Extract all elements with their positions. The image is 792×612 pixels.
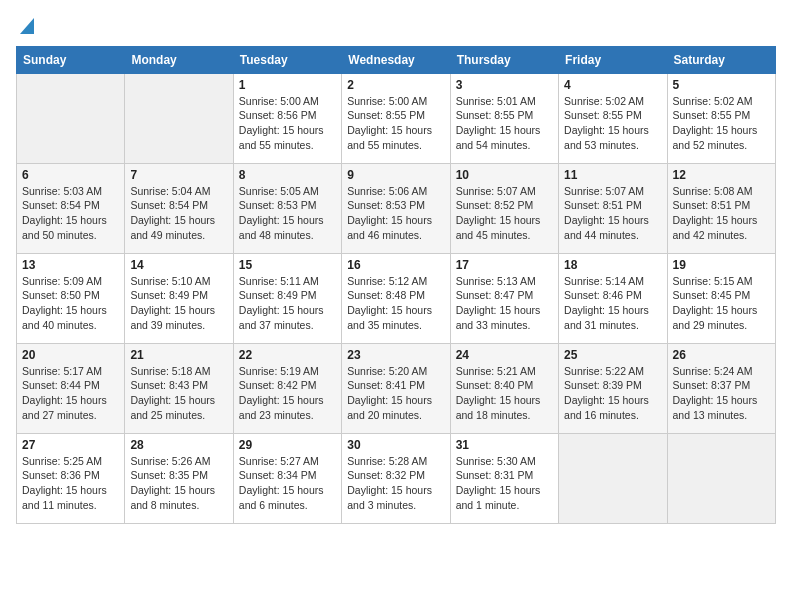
- day-number: 23: [347, 348, 444, 362]
- day-number: 29: [239, 438, 336, 452]
- day-number: 2: [347, 78, 444, 92]
- day-info: Sunrise: 5:06 AM Sunset: 8:53 PM Dayligh…: [347, 184, 444, 243]
- calendar-week-row: 1Sunrise: 5:00 AM Sunset: 8:56 PM Daylig…: [17, 73, 776, 163]
- logo-icon: [18, 16, 34, 34]
- day-number: 12: [673, 168, 770, 182]
- calendar-cell: 2Sunrise: 5:00 AM Sunset: 8:55 PM Daylig…: [342, 73, 450, 163]
- svg-marker-0: [20, 18, 34, 34]
- day-number: 8: [239, 168, 336, 182]
- calendar-week-row: 13Sunrise: 5:09 AM Sunset: 8:50 PM Dayli…: [17, 253, 776, 343]
- calendar-cell: 8Sunrise: 5:05 AM Sunset: 8:53 PM Daylig…: [233, 163, 341, 253]
- calendar-header: SundayMondayTuesdayWednesdayThursdayFrid…: [17, 46, 776, 73]
- calendar-cell: 17Sunrise: 5:13 AM Sunset: 8:47 PM Dayli…: [450, 253, 558, 343]
- calendar-cell: 26Sunrise: 5:24 AM Sunset: 8:37 PM Dayli…: [667, 343, 775, 433]
- calendar-table: SundayMondayTuesdayWednesdayThursdayFrid…: [16, 46, 776, 524]
- calendar-cell: 11Sunrise: 5:07 AM Sunset: 8:51 PM Dayli…: [559, 163, 667, 253]
- calendar-cell: 21Sunrise: 5:18 AM Sunset: 8:43 PM Dayli…: [125, 343, 233, 433]
- calendar-cell: 20Sunrise: 5:17 AM Sunset: 8:44 PM Dayli…: [17, 343, 125, 433]
- day-info: Sunrise: 5:03 AM Sunset: 8:54 PM Dayligh…: [22, 184, 119, 243]
- day-info: Sunrise: 5:19 AM Sunset: 8:42 PM Dayligh…: [239, 364, 336, 423]
- day-number: 20: [22, 348, 119, 362]
- calendar-cell: 3Sunrise: 5:01 AM Sunset: 8:55 PM Daylig…: [450, 73, 558, 163]
- day-info: Sunrise: 5:08 AM Sunset: 8:51 PM Dayligh…: [673, 184, 770, 243]
- calendar-cell: 13Sunrise: 5:09 AM Sunset: 8:50 PM Dayli…: [17, 253, 125, 343]
- day-info: Sunrise: 5:02 AM Sunset: 8:55 PM Dayligh…: [673, 94, 770, 153]
- day-info: Sunrise: 5:00 AM Sunset: 8:56 PM Dayligh…: [239, 94, 336, 153]
- day-number: 26: [673, 348, 770, 362]
- calendar-cell: 4Sunrise: 5:02 AM Sunset: 8:55 PM Daylig…: [559, 73, 667, 163]
- day-info: Sunrise: 5:26 AM Sunset: 8:35 PM Dayligh…: [130, 454, 227, 513]
- calendar-cell: 7Sunrise: 5:04 AM Sunset: 8:54 PM Daylig…: [125, 163, 233, 253]
- day-info: Sunrise: 5:07 AM Sunset: 8:51 PM Dayligh…: [564, 184, 661, 243]
- calendar-cell: 5Sunrise: 5:02 AM Sunset: 8:55 PM Daylig…: [667, 73, 775, 163]
- day-number: 7: [130, 168, 227, 182]
- day-info: Sunrise: 5:02 AM Sunset: 8:55 PM Dayligh…: [564, 94, 661, 153]
- day-info: Sunrise: 5:12 AM Sunset: 8:48 PM Dayligh…: [347, 274, 444, 333]
- day-info: Sunrise: 5:18 AM Sunset: 8:43 PM Dayligh…: [130, 364, 227, 423]
- calendar-cell: 16Sunrise: 5:12 AM Sunset: 8:48 PM Dayli…: [342, 253, 450, 343]
- day-info: Sunrise: 5:15 AM Sunset: 8:45 PM Dayligh…: [673, 274, 770, 333]
- day-number: 10: [456, 168, 553, 182]
- calendar-cell: 30Sunrise: 5:28 AM Sunset: 8:32 PM Dayli…: [342, 433, 450, 523]
- calendar-cell: 10Sunrise: 5:07 AM Sunset: 8:52 PM Dayli…: [450, 163, 558, 253]
- day-number: 17: [456, 258, 553, 272]
- calendar-cell: 9Sunrise: 5:06 AM Sunset: 8:53 PM Daylig…: [342, 163, 450, 253]
- day-number: 31: [456, 438, 553, 452]
- day-number: 18: [564, 258, 661, 272]
- day-number: 21: [130, 348, 227, 362]
- weekday-header: Sunday: [17, 46, 125, 73]
- day-number: 13: [22, 258, 119, 272]
- day-info: Sunrise: 5:20 AM Sunset: 8:41 PM Dayligh…: [347, 364, 444, 423]
- day-number: 9: [347, 168, 444, 182]
- day-number: 27: [22, 438, 119, 452]
- calendar-week-row: 27Sunrise: 5:25 AM Sunset: 8:36 PM Dayli…: [17, 433, 776, 523]
- day-number: 28: [130, 438, 227, 452]
- day-number: 5: [673, 78, 770, 92]
- day-info: Sunrise: 5:25 AM Sunset: 8:36 PM Dayligh…: [22, 454, 119, 513]
- calendar-cell: 15Sunrise: 5:11 AM Sunset: 8:49 PM Dayli…: [233, 253, 341, 343]
- calendar-cell: [17, 73, 125, 163]
- day-info: Sunrise: 5:17 AM Sunset: 8:44 PM Dayligh…: [22, 364, 119, 423]
- weekday-header: Saturday: [667, 46, 775, 73]
- weekday-header: Tuesday: [233, 46, 341, 73]
- calendar-cell: 22Sunrise: 5:19 AM Sunset: 8:42 PM Dayli…: [233, 343, 341, 433]
- calendar-cell: [667, 433, 775, 523]
- calendar-cell: 25Sunrise: 5:22 AM Sunset: 8:39 PM Dayli…: [559, 343, 667, 433]
- calendar-cell: [125, 73, 233, 163]
- calendar-week-row: 6Sunrise: 5:03 AM Sunset: 8:54 PM Daylig…: [17, 163, 776, 253]
- calendar-week-row: 20Sunrise: 5:17 AM Sunset: 8:44 PM Dayli…: [17, 343, 776, 433]
- calendar-cell: 27Sunrise: 5:25 AM Sunset: 8:36 PM Dayli…: [17, 433, 125, 523]
- day-info: Sunrise: 5:28 AM Sunset: 8:32 PM Dayligh…: [347, 454, 444, 513]
- logo: [16, 16, 34, 36]
- calendar-cell: 18Sunrise: 5:14 AM Sunset: 8:46 PM Dayli…: [559, 253, 667, 343]
- day-info: Sunrise: 5:09 AM Sunset: 8:50 PM Dayligh…: [22, 274, 119, 333]
- day-info: Sunrise: 5:14 AM Sunset: 8:46 PM Dayligh…: [564, 274, 661, 333]
- calendar-cell: 31Sunrise: 5:30 AM Sunset: 8:31 PM Dayli…: [450, 433, 558, 523]
- calendar-cell: 1Sunrise: 5:00 AM Sunset: 8:56 PM Daylig…: [233, 73, 341, 163]
- day-info: Sunrise: 5:21 AM Sunset: 8:40 PM Dayligh…: [456, 364, 553, 423]
- day-number: 30: [347, 438, 444, 452]
- calendar-cell: 28Sunrise: 5:26 AM Sunset: 8:35 PM Dayli…: [125, 433, 233, 523]
- weekday-header: Monday: [125, 46, 233, 73]
- day-info: Sunrise: 5:07 AM Sunset: 8:52 PM Dayligh…: [456, 184, 553, 243]
- day-number: 19: [673, 258, 770, 272]
- day-number: 4: [564, 78, 661, 92]
- weekday-header: Wednesday: [342, 46, 450, 73]
- day-number: 16: [347, 258, 444, 272]
- weekday-header: Friday: [559, 46, 667, 73]
- day-number: 1: [239, 78, 336, 92]
- calendar-cell: [559, 433, 667, 523]
- day-number: 22: [239, 348, 336, 362]
- calendar-cell: 12Sunrise: 5:08 AM Sunset: 8:51 PM Dayli…: [667, 163, 775, 253]
- page-header: [16, 16, 776, 36]
- day-number: 15: [239, 258, 336, 272]
- day-info: Sunrise: 5:13 AM Sunset: 8:47 PM Dayligh…: [456, 274, 553, 333]
- calendar-cell: 6Sunrise: 5:03 AM Sunset: 8:54 PM Daylig…: [17, 163, 125, 253]
- day-info: Sunrise: 5:30 AM Sunset: 8:31 PM Dayligh…: [456, 454, 553, 513]
- day-info: Sunrise: 5:11 AM Sunset: 8:49 PM Dayligh…: [239, 274, 336, 333]
- day-number: 3: [456, 78, 553, 92]
- day-number: 11: [564, 168, 661, 182]
- day-info: Sunrise: 5:00 AM Sunset: 8:55 PM Dayligh…: [347, 94, 444, 153]
- day-info: Sunrise: 5:27 AM Sunset: 8:34 PM Dayligh…: [239, 454, 336, 513]
- calendar-cell: 23Sunrise: 5:20 AM Sunset: 8:41 PM Dayli…: [342, 343, 450, 433]
